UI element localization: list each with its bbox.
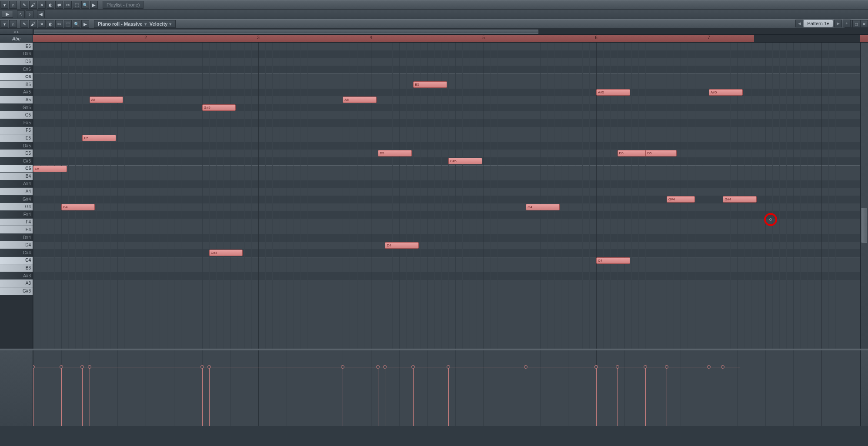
mute-tool-icon[interactable]: ◐: [47, 1, 54, 9]
key-G4[interactable]: G4: [0, 203, 33, 211]
playlist-title: Playlist - (none): [103, 1, 144, 9]
note[interactable]: A5: [343, 97, 377, 103]
key-D#5[interactable]: D#5: [0, 142, 33, 150]
h-scrollbar[interactable]: [33, 29, 868, 34]
pr-play-icon[interactable]: ▶: [81, 20, 89, 28]
note[interactable]: D5: [645, 150, 676, 156]
note[interactable]: C#5: [448, 158, 482, 164]
key-C#6[interactable]: C#6: [0, 66, 33, 73]
key-E5[interactable]: E5: [0, 134, 33, 142]
pr-select-icon[interactable]: ⬚: [64, 20, 72, 28]
note[interactable]: G4: [526, 204, 560, 210]
scroll-left-icon[interactable]: ◀: [37, 10, 45, 18]
key-F4[interactable]: F4: [0, 219, 33, 226]
key-F#4[interactable]: F#4: [0, 211, 33, 219]
note[interactable]: D5: [618, 150, 648, 156]
note[interactable]: G#4: [723, 196, 757, 203]
pr-mute-icon[interactable]: ◐: [47, 20, 54, 28]
note-icon[interactable]: ♪: [26, 10, 33, 18]
velocity-label-area: [0, 350, 33, 426]
v-scrollbar[interactable]: [860, 43, 868, 349]
key-C#5[interactable]: C#5: [0, 157, 33, 165]
note[interactable]: C5: [33, 166, 67, 172]
key-G#3[interactable]: G#3: [0, 287, 33, 295]
key-F5[interactable]: F5: [0, 127, 33, 135]
play-tool-icon[interactable]: ▶: [90, 1, 98, 9]
key-F#5[interactable]: F#5: [0, 119, 33, 127]
pattern-dropdown[interactable]: Pattern 1 ▾: [803, 20, 833, 27]
key-E6[interactable]: E6: [0, 43, 33, 50]
note[interactable]: A#5: [596, 89, 630, 96]
key-G#5[interactable]: G#5: [0, 104, 33, 112]
pr-menu-icon[interactable]: ▾: [0, 20, 8, 28]
menu-icon[interactable]: ▾: [0, 1, 8, 9]
zoom-tool-icon[interactable]: 🔍: [81, 1, 89, 9]
key-D5[interactable]: D5: [0, 150, 33, 157]
key-A4[interactable]: A4: [0, 188, 33, 196]
timeline[interactable]: 2345678: [33, 35, 868, 42]
note[interactable]: D5: [378, 150, 412, 156]
slip-tool-icon[interactable]: ⇄: [55, 1, 63, 9]
note[interactable]: A#5: [709, 89, 743, 96]
key-C5[interactable]: C5: [0, 165, 33, 173]
key-D6[interactable]: D6: [0, 58, 33, 66]
pianoroll-toolbar: ▾ ∩ ✎ 🖌 ✕ ◐ ✂ ⬚ 🔍 ▶ Piano roll - Massive…: [0, 19, 868, 29]
pr-paint-icon[interactable]: 🖌: [29, 20, 37, 28]
pattern-add-icon[interactable]: +: [843, 20, 851, 27]
key-A#4[interactable]: A#4: [0, 180, 33, 188]
note[interactable]: G#4: [667, 196, 695, 203]
key-A5[interactable]: A5: [0, 96, 33, 104]
key-B4[interactable]: B4: [0, 173, 33, 180]
pr-delete-icon[interactable]: ✕: [38, 20, 46, 28]
velocity-scroll: [860, 350, 868, 426]
slice-tool-icon[interactable]: ✂: [64, 1, 72, 9]
ruler-mode[interactable]: Abc: [0, 35, 33, 42]
key-A#3[interactable]: A#3: [0, 272, 33, 280]
playlist-toolbar: ▾ ∩ ✎ 🖌 ✕ ◐ ⇄ ✂ ⬚ 🔍 ▶ Playlist - (none): [0, 0, 868, 10]
snap-icon[interactable]: ∩: [9, 1, 17, 9]
pattern-prev-icon[interactable]: ◀: [795, 20, 803, 27]
note[interactable]: B5: [413, 81, 447, 88]
note[interactable]: G#5: [202, 104, 236, 111]
draw-tool-icon[interactable]: ✎: [20, 1, 28, 9]
note-grid[interactable]: C5G4E5A5G#5C#4A5D5D4B5C#5G4A#5C4D5D5G#4A…: [33, 43, 860, 349]
pattern-selector: ◀ Pattern 1 ▾ ▶ +: [795, 19, 851, 28]
key-D4[interactable]: D4: [0, 241, 33, 249]
note[interactable]: A5: [90, 97, 124, 103]
note[interactable]: C#4: [209, 250, 243, 256]
key-C6[interactable]: C6: [0, 73, 33, 81]
scroll-zoom-icon[interactable]: ◂ ▸: [0, 29, 33, 34]
close-icon[interactable]: ✕: [860, 20, 868, 28]
pr-slice-icon[interactable]: ✂: [55, 20, 63, 28]
play-button[interactable]: ▶: [2, 11, 13, 18]
key-B5[interactable]: B5: [0, 81, 33, 89]
paint-tool-icon[interactable]: 🖌: [29, 1, 37, 9]
key-D#4[interactable]: D#4: [0, 234, 33, 242]
h-scroll-thumb[interactable]: [34, 30, 538, 34]
delete-tool-icon[interactable]: ✕: [38, 1, 46, 9]
key-G#4[interactable]: G#4: [0, 196, 33, 203]
link-icon[interactable]: ∿: [17, 10, 25, 18]
note[interactable]: E5: [82, 135, 116, 141]
note[interactable]: D4: [385, 242, 419, 249]
pr-snap-icon[interactable]: ∩: [9, 20, 17, 28]
key-A3[interactable]: A3: [0, 280, 33, 287]
maximize-icon[interactable]: □: [852, 20, 860, 28]
key-G5[interactable]: G5: [0, 111, 33, 119]
pattern-next-icon[interactable]: ▶: [834, 20, 842, 27]
key-C4[interactable]: C4: [0, 257, 33, 265]
select-tool-icon[interactable]: ⬚: [73, 1, 80, 9]
key-B3[interactable]: B3: [0, 264, 33, 272]
pr-zoom-icon[interactable]: 🔍: [73, 20, 80, 28]
key-D#6[interactable]: D#6: [0, 50, 33, 58]
piano-keys[interactable]: E6D#6D6C#6C6B5A#5A5G#5G5F#5F5E5D#5D5C#5C…: [0, 43, 33, 349]
key-C#4[interactable]: C#4: [0, 249, 33, 257]
velocity-grid[interactable]: [33, 350, 860, 426]
key-E4[interactable]: E4: [0, 226, 33, 234]
transport-bar: ▶ ∿ ♪ ◀: [0, 10, 868, 19]
note[interactable]: G4: [61, 204, 95, 210]
pr-draw-icon[interactable]: ✎: [20, 20, 28, 28]
note[interactable]: C4: [596, 257, 630, 264]
v-scroll-thumb[interactable]: [861, 208, 867, 243]
key-A#5[interactable]: A#5: [0, 89, 33, 97]
